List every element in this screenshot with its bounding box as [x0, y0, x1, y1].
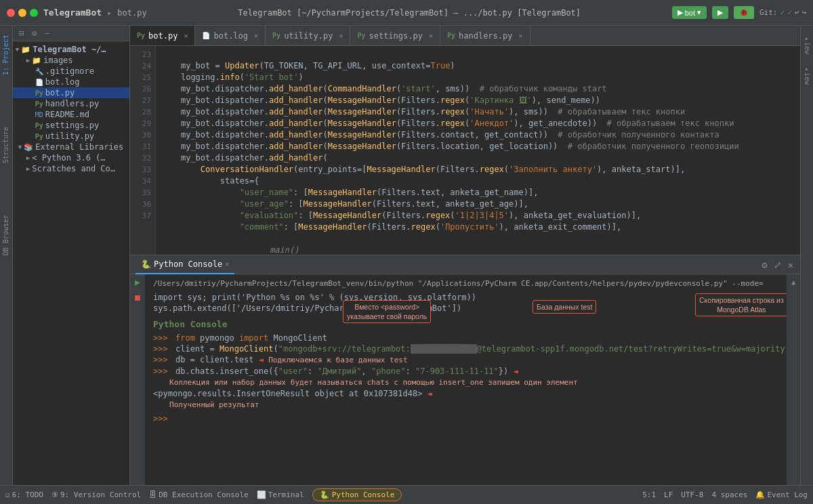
redo-icon[interactable]: ↪ — [801, 8, 806, 17]
tree-item-utilitypy[interactable]: Py utility.py — [13, 131, 129, 142]
code-editor[interactable]: 2324252627 2829303132 3334353637 my_bot … — [130, 46, 800, 255]
statusbar-position[interactable]: 5:1 — [642, 490, 656, 499]
console-line-result: <pymongo.results.InsertOneResult object … — [153, 388, 795, 399]
tree-item-python36[interactable]: ▶ < Python 3.6 (… — [13, 152, 129, 163]
tab-handlerspy[interactable]: Py handlers.py ✕ — [440, 26, 530, 46]
position-label: 5:1 — [642, 490, 656, 499]
tab-python-console[interactable]: 🐍 Python Console ✕ — [136, 255, 234, 274]
tree-item-ext-libs[interactable]: ▼ 📚 External Libraries — [13, 142, 129, 152]
run-config-selector[interactable]: ▶ bot ▾ — [672, 6, 707, 19]
statusbar-terminal[interactable]: ⬜ Terminal — [257, 488, 304, 501]
close-button[interactable] — [7, 9, 15, 17]
extlibs-label: External Libraries — [35, 142, 123, 152]
tab-botpy[interactable]: Py bot.py ✕ — [130, 26, 195, 46]
tab-py-icon-bot: Py — [137, 32, 145, 39]
tree-item-readme[interactable]: MD README.md — [13, 109, 129, 120]
todo-icon: ☑ — [5, 490, 10, 499]
tree-item-handlerspy[interactable]: Py handlers.py — [13, 98, 129, 109]
tab-close-botlog[interactable]: ✕ — [254, 32, 258, 39]
expand-arrow-images: ▶ — [26, 57, 30, 64]
collapse-icon[interactable]: ⊟ — [16, 28, 27, 39]
todo-label: 6: TODO — [12, 490, 43, 499]
db-icon: 🗄 — [149, 490, 157, 499]
tab-utilitypy[interactable]: Py utility.py ✕ — [266, 26, 350, 46]
statusbar-event-log[interactable]: 🔔 Event Log — [755, 490, 808, 499]
sidebar-item-db-browser[interactable]: DB Browser — [0, 209, 12, 261]
terminal-icon: ⬜ — [257, 490, 266, 499]
project-folder-icon: 📁 — [21, 45, 30, 54]
py-icon-settings: Py — [35, 122, 43, 129]
tab-botlog[interactable]: 📄 bot.log ✕ — [195, 26, 266, 46]
git-label: Git: — [759, 8, 778, 17]
tab-close-handlers[interactable]: ✕ — [519, 32, 523, 39]
traffic-lights[interactable] — [7, 9, 38, 17]
sidebar-item-project[interactable]: 1: Project — [0, 29, 12, 81]
titlebar: TelegramBot ▸ bot.py TelegramBot [~/Pych… — [0, 0, 813, 26]
tab-py-icon-utility: Py — [272, 32, 280, 39]
tree-item-images[interactable]: ▶ 📁 images — [13, 55, 129, 66]
project-tree: ▼ 📁 TelegramBot ~/… ▶ 📁 images 🔧 .gitign… — [13, 41, 129, 485]
prompt4: >>> — [153, 366, 168, 377]
scroll-up-icon[interactable]: ▲ — [791, 277, 795, 288]
mongodb-annotation-box: Скопированная строка изMongoDB Atlas — [695, 293, 788, 316]
utilitypy-label: utility.py — [45, 131, 94, 141]
tree-item-gitignore[interactable]: 🔧 .gitignore — [13, 66, 129, 77]
vc-label: 9: Version Control — [60, 490, 141, 499]
handlerspy-label: handlers.py — [45, 99, 99, 108]
statusbar-lf[interactable]: LF — [664, 490, 673, 499]
tree-item-botlog[interactable]: 📄 bot.log — [13, 77, 129, 87]
md-icon: MD — [35, 111, 43, 119]
py-icon-utility: Py — [35, 133, 43, 140]
console-line-pymongo: >>> from pymongo import MongoClient — [153, 333, 795, 343]
console-line-prompt-empty: >>> — [153, 413, 795, 424]
statusbar-python-console[interactable]: 🐍 Python Console — [312, 488, 402, 501]
images-folder-icon: 📁 — [32, 56, 41, 65]
console-line-insert: >>> db.chats.insert_one({"user": "Дмитри… — [153, 366, 795, 377]
console-line-db: >>> db = client.test ◄ Подключаемся к ба… — [153, 354, 795, 366]
close-bottom-panel[interactable]: ✕ — [787, 258, 795, 272]
git-status: ✓ — [787, 8, 792, 17]
tree-item-botpy[interactable]: Py bot.py — [13, 87, 129, 98]
result-line: <pymongo.results.InsertOneResult object … — [153, 388, 432, 399]
sidebar-item-structure[interactable]: Structure — [0, 121, 12, 169]
statusbar-encoding[interactable]: UTF-8 — [681, 490, 703, 499]
tab-close-botpy[interactable]: ✕ — [184, 32, 188, 39]
undo-icon[interactable]: ↩ — [795, 8, 799, 17]
tab-close-settings[interactable]: ✕ — [429, 32, 433, 39]
project-name: TelegramBot — [43, 7, 102, 18]
tree-root[interactable]: ▼ 📁 TelegramBot ~/… — [13, 44, 129, 55]
statusbar-db-execution[interactable]: 🗄 DB Execution Console — [149, 488, 248, 501]
client-line: client = MongoClient("mongodb+srv://tele… — [171, 343, 795, 354]
statusbar-todo[interactable]: ☑ 6: TODO — [5, 488, 43, 501]
maximize-console[interactable]: ⤢ — [772, 258, 783, 272]
stop-console-icon[interactable]: ■ — [135, 292, 140, 303]
git-check: ✓ — [780, 8, 785, 17]
run-button[interactable]: ▶ — [712, 6, 728, 19]
close-panel-icon[interactable]: — — [42, 28, 53, 39]
python-console-tab-label: Python Console — [154, 259, 222, 269]
py-console-icon: 🐍 — [320, 490, 329, 499]
run-console-icon[interactable]: ▶ — [135, 277, 140, 288]
settings-icon[interactable]: ⚙ — [29, 28, 40, 39]
statusbar-version-control[interactable]: ⑨ 9: Version Control — [51, 488, 141, 501]
debug-button[interactable]: 🐞 — [734, 6, 754, 19]
tab-settingspy[interactable]: Py settings.py ✕ — [350, 26, 440, 46]
close-console-tab[interactable]: ✕ — [225, 260, 229, 268]
code-content[interactable]: my_bot = Updater(TG_TOKEN, TG_API_URL, u… — [156, 46, 800, 255]
console-content[interactable]: ▶ ■ /Users/dmitriy/PycharmProjects/Teleg… — [130, 274, 800, 485]
tab-close-utility[interactable]: ✕ — [339, 32, 343, 39]
settings-icon-console[interactable]: ⚙ — [760, 258, 768, 272]
rsidebar-view1[interactable]: ▸iew — [801, 29, 813, 60]
terminal-label: Terminal — [268, 490, 304, 499]
scratches-label: Scratches and Co… — [32, 164, 115, 173]
statusbar-left: ☑ 6: TODO ⑨ 9: Version Control 🗄 DB Exec… — [5, 488, 402, 501]
pymongo-import: from pymongo import MongoClient — [171, 333, 327, 343]
console-line-client: >>> client = MongoClient("mongodb+srv://… — [153, 343, 795, 354]
minimize-button[interactable] — [18, 9, 26, 17]
tree-item-scratches[interactable]: ▶ Scratches and Co… — [13, 163, 129, 174]
statusbar-indent[interactable]: 4 spaces — [711, 490, 747, 499]
tree-item-settingspy[interactable]: Py settings.py — [13, 120, 129, 131]
maximize-button[interactable] — [30, 9, 38, 17]
rsidebar-view2[interactable]: ▸iew — [801, 60, 813, 90]
annotation-password: Вместо <password>указываете свой пароль — [343, 300, 431, 323]
